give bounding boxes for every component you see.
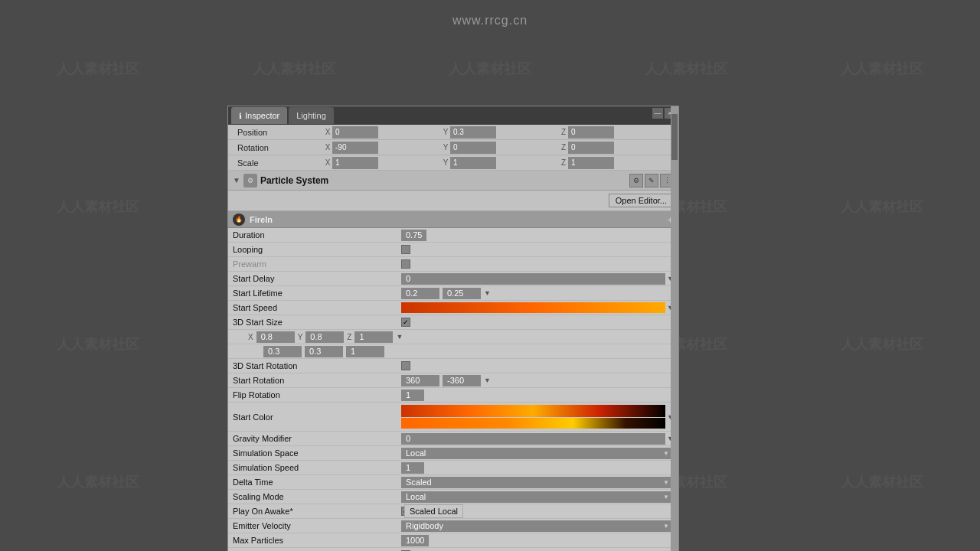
position-x-input[interactable] <box>332 126 378 139</box>
start-lifetime-values: 0.2 0.25 ▼ <box>401 288 491 299</box>
position-y-input[interactable] <box>450 126 496 139</box>
play-on-awake-checkbox[interactable] <box>401 507 410 516</box>
emitter-velocity-label: Emitter Velocity <box>233 521 401 530</box>
position-z-input[interactable] <box>568 126 614 139</box>
3d-start-rotation-checkbox[interactable] <box>401 361 410 370</box>
scale-z-input[interactable] <box>568 157 614 169</box>
rotation-x-input[interactable] <box>332 142 378 154</box>
prewarm-row: Prewarm <box>228 257 678 272</box>
3d-start-size-label: 3D Start Size <box>233 318 401 327</box>
start-rotation-label: Start Rotation <box>233 376 401 385</box>
flip-rotation-value[interactable]: 1 <box>401 390 424 401</box>
prewarm-checkbox[interactable] <box>401 259 410 269</box>
duration-row: Duration 0.75 <box>228 228 678 243</box>
open-editor-row: Open Editor... <box>228 191 678 211</box>
firein-icon: 🔥 <box>233 214 245 226</box>
ps-collapse-arrow[interactable]: ▼ <box>233 176 240 184</box>
start-rotation-row: Start Rotation 360 -360 ▼ <box>228 373 678 388</box>
simulation-speed-value[interactable]: 1 <box>401 462 424 474</box>
tab-lighting[interactable]: Lighting <box>289 107 334 124</box>
duration-value[interactable]: 0.75 <box>401 230 426 241</box>
simulation-speed-label: Simulation Speed <box>233 463 401 472</box>
scrollbar-thumb[interactable] <box>671 114 678 160</box>
ps-edit-btn[interactable]: ✎ <box>645 174 658 187</box>
start-rotation-dropdown-arrow[interactable]: ▼ <box>484 377 491 384</box>
position-x-field: X <box>323 126 439 139</box>
max-particles-row: Max Particles 1000 <box>228 533 678 548</box>
size-dropdown-arrow[interactable]: ▼ <box>396 333 403 341</box>
start-rotation-val1[interactable]: 360 <box>401 375 439 386</box>
tab-inspector[interactable]: ℹ Inspector <box>231 107 287 124</box>
scale-fields: X Y Z <box>323 157 675 169</box>
position-z-field: Z <box>559 126 675 139</box>
3d-start-size-checkbox[interactable] <box>401 318 410 327</box>
delta-time-dropdown[interactable]: Scaled ▼ <box>401 477 674 488</box>
start-speed-label: Start Speed <box>233 303 401 312</box>
y-size-val[interactable]: 0.8 <box>305 331 344 343</box>
scale-label: Scale <box>231 158 323 168</box>
max-particles-value[interactable]: 1000 <box>401 535 429 546</box>
gravity-modifier-value[interactable]: 0 <box>401 433 665 445</box>
simulation-space-value: Local <box>406 448 426 458</box>
x-size-val2[interactable]: 0.3 <box>263 346 302 357</box>
ps-header-btns: ⚙ ✎ ⋮ <box>629 174 674 187</box>
scrollbar[interactable] <box>671 106 678 551</box>
y-size-label: Y <box>298 333 303 341</box>
simulation-space-dropdown[interactable]: Local ▼ <box>401 448 674 459</box>
scale-x-input[interactable] <box>332 157 378 169</box>
z-size-val[interactable]: 1 <box>354 331 393 343</box>
start-rotation-val2[interactable]: -360 <box>443 375 481 386</box>
start-lifetime-val1[interactable]: 0.2 <box>401 288 439 299</box>
start-delay-value[interactable]: 0 <box>401 273 665 285</box>
inspector-icon: ℹ <box>239 112 242 120</box>
rotation-z-input[interactable] <box>568 142 614 154</box>
emitter-velocity-row: Emitter Velocity Rigidbody ▼ <box>228 519 678 533</box>
max-particles-label: Max Particles <box>233 536 401 545</box>
start-lifetime-row: Start Lifetime 0.2 0.25 ▼ <box>228 286 678 301</box>
start-speed-bar[interactable] <box>401 302 665 313</box>
start-color-bars[interactable] <box>401 405 665 429</box>
scaling-mode-dropdown[interactable]: Local ▼ <box>401 491 674 503</box>
open-editor-button[interactable]: Open Editor... <box>609 194 674 207</box>
y-size-val2[interactable]: 0.3 <box>305 346 343 357</box>
gravity-modifier-row: Gravity Modifier 0 ▼ <box>228 432 678 446</box>
scale-row: Scale X Y Z <box>228 155 678 171</box>
prewarm-label: Prewarm <box>233 259 401 269</box>
scale-y-input[interactable] <box>450 157 496 169</box>
start-lifetime-label: Start Lifetime <box>233 289 401 298</box>
3d-start-rotation-row: 3D Start Rotation <box>228 359 678 373</box>
inspector-panel: ℹ Inspector Lighting — × Position X Y Z <box>227 106 679 551</box>
position-y-label: Y <box>441 128 450 136</box>
start-delay-label: Start Delay <box>233 274 401 283</box>
delta-time-value: Scaled <box>406 478 432 487</box>
z-size-val2[interactable]: 1 <box>346 346 384 357</box>
rotation-y-input[interactable] <box>450 142 496 154</box>
position-z-label: Z <box>559 128 568 136</box>
speed-bar-fill <box>401 302 665 313</box>
simulation-space-arrow: ▼ <box>663 450 669 457</box>
position-label: Position <box>231 128 323 137</box>
firein-row: 🔥 FireIn + <box>228 211 678 228</box>
looping-checkbox[interactable] <box>401 245 410 254</box>
duration-label: Duration <box>233 230 401 240</box>
x-size-label: X <box>248 333 253 341</box>
minimize-button[interactable]: — <box>652 108 663 119</box>
start-color-row: Start Color ▼ <box>228 403 678 432</box>
emitter-velocity-dropdown[interactable]: Rigidbody ▼ <box>401 520 674 532</box>
x-size-val[interactable]: 0.8 <box>256 331 295 343</box>
gravity-modifier-label: Gravity Modifier <box>233 434 401 443</box>
start-lifetime-val2[interactable]: 0.25 <box>443 288 481 299</box>
start-lifetime-dropdown-arrow[interactable]: ▼ <box>484 289 491 297</box>
scale-z-field: Z <box>559 157 675 169</box>
play-on-awake-row: Play On Awake* <box>228 504 678 519</box>
rotation-y-field: Y <box>441 142 557 154</box>
xyz-size-row1: X 0.8 Y 0.8 Z 1 ▼ <box>228 330 678 344</box>
delta-time-arrow: ▼ <box>663 479 669 486</box>
simulation-speed-row: Simulation Speed 1 <box>228 461 678 475</box>
simulation-space-label: Simulation Space <box>233 448 401 458</box>
delta-time-label: Delta Time <box>233 478 401 487</box>
position-row: Position X Y Z <box>228 125 678 140</box>
ps-settings-btn[interactable]: ⚙ <box>629 174 643 187</box>
looping-label: Looping <box>233 245 401 254</box>
scaling-mode-arrow: ▼ <box>663 494 669 500</box>
